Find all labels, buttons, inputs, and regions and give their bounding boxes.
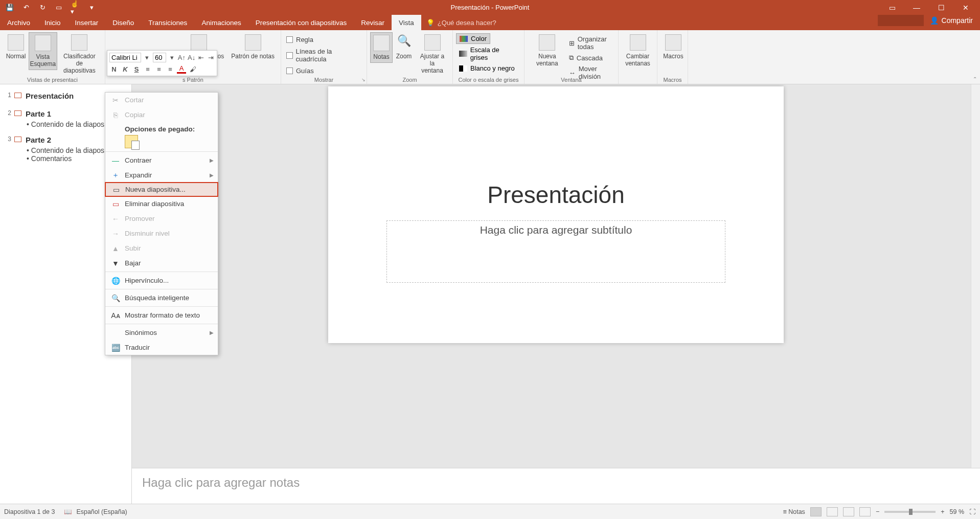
align-left-icon[interactable]: ≡ [143,64,152,74]
tab-presentacion[interactable]: Presentación con diapositivas [248,15,354,30]
outline-view-button[interactable]: Vista Esquema [29,32,57,70]
tab-revisar[interactable]: Revisar [354,15,392,30]
cm-translate[interactable]: 🔤Traducir [105,340,218,355]
fit-to-window-icon[interactable]: ⛶ [969,508,976,515]
increase-font-icon[interactable]: A↑ [178,53,186,62]
arrange-all-button[interactable]: ⊞Organizar todas [567,34,615,52]
cm-new-slide[interactable]: ▭Nueva diapositiva... [105,182,218,197]
ruler-checkbox[interactable]: Regla [284,34,315,45]
new-slide-icon: ▭ [111,186,121,194]
cm-demote: →Disminuir nivel [105,226,218,241]
align-right-icon[interactable]: ≡ [166,64,175,74]
language-indicator[interactable]: Español (España) [76,508,127,515]
zoom-button[interactable]: 🔍Zoom [393,32,415,62]
slide-counter[interactable]: Diapositiva 1 de 3 [4,508,55,515]
normal-view-btn[interactable] [810,507,822,516]
touch-mode-icon[interactable]: ☝▾ [71,3,80,12]
minimize-icon[interactable]: — [911,3,922,13]
tell-me-search[interactable]: 💡 ¿Qué desea hacer? [421,15,496,30]
tab-archivo[interactable]: Archivo [0,15,37,30]
lightbulb-icon: 💡 [426,19,435,27]
signin-button[interactable] [878,15,924,26]
tab-animaciones[interactable]: Animaciones [194,15,248,30]
cm-move-down[interactable]: ▼Bajar [105,256,218,270]
vertical-scrollbar[interactable] [971,84,980,468]
status-right: ≡ Notas − + 59 % ⛶ [783,507,976,516]
guides-checkbox[interactable]: Guías [284,65,316,76]
switch-windows-button[interactable]: Cambiar ventanas [622,32,654,69]
notes-pane[interactable]: Haga clic para agregar notas [132,468,980,504]
cm-delete-slide[interactable]: ▭Eliminar diapositiva [105,196,218,211]
notes-button[interactable]: Notas [370,32,393,63]
qat-customize-icon[interactable]: ▾ [87,3,96,12]
font-color-icon[interactable]: A [177,64,186,74]
redo-icon[interactable]: ↻ [38,3,47,12]
tab-diseno[interactable]: Diseño [105,15,141,30]
notes-master-button[interactable]: Patrón de notas [228,32,278,62]
translate-icon: 🔤 [110,344,121,352]
cascade-button[interactable]: ⧉Cascada [567,53,615,63]
cm-collapse[interactable]: —Contraer▶ [105,153,218,168]
cm-hyperlink[interactable]: 🌐Hipervínculo... [105,273,218,288]
font-name-input[interactable] [109,53,141,62]
normal-view-button[interactable]: Normal [3,32,29,62]
cm-synonyms[interactable]: Sinónimos▶ [105,325,218,340]
subtitle-placeholder[interactable]: Haga clic para agregar subtítulo [386,220,725,283]
font-size-input[interactable] [153,53,166,62]
slide-title[interactable]: Presentación [328,181,784,209]
new-window-icon [539,34,555,51]
collapse-ribbon-icon[interactable]: ⌃ [973,76,977,82]
paste-option-icon[interactable] [125,135,138,148]
new-window-button[interactable]: Nueva ventana [528,32,567,69]
notes-toggle[interactable]: ≡ Notas [783,508,805,515]
bold-icon[interactable]: N [109,64,119,74]
spellcheck-icon[interactable]: 📖 [64,508,72,515]
slide[interactable]: Presentación Haga clic para agregar subt… [328,86,784,343]
zoom-thumb[interactable] [909,509,913,515]
start-from-beginning-icon[interactable]: ▭ [54,3,63,12]
gridlines-checkbox[interactable]: Líneas de la cuadrícula [284,46,363,64]
checkbox-icon [286,67,293,74]
slide-sorter-button[interactable]: Clasificador de diapositivas [57,32,102,76]
zoom-level[interactable]: 59 % [950,508,965,515]
sorter-view-btn[interactable] [827,507,838,516]
cm-smart-lookup[interactable]: 🔍Búsqueda inteligente [105,290,218,305]
increase-indent-icon[interactable]: ⇥ [207,53,215,62]
macros-button[interactable]: Macros [660,32,686,62]
show-launcher-icon[interactable]: ↘ [361,77,366,82]
save-icon[interactable]: 💾 [5,3,14,12]
color-button[interactable]: Color [456,33,490,44]
cm-expand[interactable]: ＋Expandir▶ [105,168,218,183]
decrease-indent-icon[interactable]: ⇤ [197,53,205,62]
reading-view-btn[interactable] [843,507,854,516]
grayscale-button[interactable]: Escala de grises [456,45,521,62]
undo-icon[interactable]: ↶ [21,3,31,12]
group-label-master: s Patrón [105,77,281,83]
slideshow-view-btn[interactable] [859,507,871,516]
bw-button[interactable]: Blanco y negro [456,63,518,73]
font-dropdown-icon[interactable]: ▾ [143,53,151,62]
tab-vista[interactable]: Vista [392,15,421,30]
cm-show-formatting[interactable]: AᴀMostrar formato de texto [105,308,218,323]
format-painter-icon[interactable]: 🖌 [188,64,197,74]
zoom-in-icon[interactable]: + [941,508,944,515]
underline-icon[interactable]: S [132,64,141,74]
submenu-arrow-icon: ▶ [210,330,214,335]
maximize-icon[interactable]: ☐ [936,3,946,13]
size-dropdown-icon[interactable]: ▾ [168,53,176,62]
align-center-icon[interactable]: ≡ [154,64,164,74]
fit-window-button[interactable]: Ajustar a la ventana [415,32,449,76]
tab-inicio[interactable]: Inicio [37,15,68,30]
tab-insertar[interactable]: Insertar [68,15,106,30]
italic-icon[interactable]: K [121,64,130,74]
zoom-slider[interactable] [884,511,936,513]
decrease-font-icon[interactable]: A↓ [188,53,195,62]
up-arrow-icon: ▲ [110,244,121,253]
share-button[interactable]: Compartir [942,16,973,25]
slide-sorter-icon [71,34,87,51]
tab-transiciones[interactable]: Transiciones [141,15,194,30]
ribbon-options-icon[interactable]: ▭ [887,3,897,13]
close-icon[interactable]: ✕ [961,3,971,13]
zoom-out-icon[interactable]: − [876,508,879,515]
bw-swatch-icon [459,65,467,72]
